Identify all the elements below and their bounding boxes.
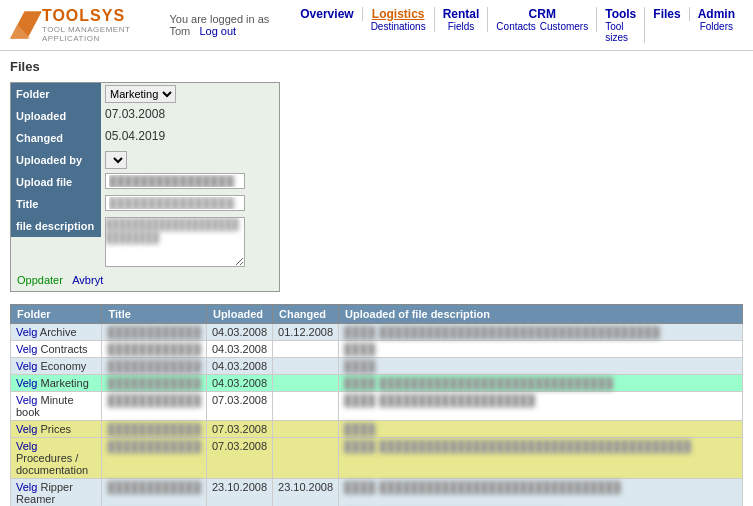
velg-link[interactable]: Velg <box>16 377 37 389</box>
nav-overview: Overview <box>292 7 362 21</box>
content: Files Folder Marketing Uploaded 07.03.20… <box>0 51 753 506</box>
title-cell-1: ████████████ <box>102 341 207 358</box>
logo-area: TOOLSYS TOOL MANAGEMENT APPLICATION <box>10 6 149 44</box>
table-header-row: Folder Title Uploaded Changed Uploaded o… <box>11 305 743 324</box>
desc-cell-1: ████ <box>339 341 743 358</box>
desc-cell-6: ████████████████████████████████████████… <box>339 438 743 479</box>
form-actions: Oppdater Avbryt <box>11 269 279 291</box>
changed-cell-5 <box>273 421 339 438</box>
th-uploader-desc: Uploaded of file description <box>339 305 743 324</box>
folder-select[interactable]: Marketing <box>105 85 176 103</box>
upload-file-input[interactable] <box>105 173 245 189</box>
nav-tools-link[interactable]: Tools <box>605 7 636 21</box>
file-desc-value: ████████████████████████████ <box>101 215 279 269</box>
nav-admin-link[interactable]: Admin <box>698 7 735 21</box>
desc-cell-7: ███████████████████████████████████ <box>339 479 743 507</box>
logo-title: TOOLSYS <box>42 7 150 25</box>
velg-link[interactable]: Velg <box>16 326 37 338</box>
velg-link[interactable]: Velg <box>16 394 37 406</box>
uploaded-by-label: Uploaded by <box>11 149 101 171</box>
form-row-upload-file: Upload file <box>11 171 279 193</box>
uploaded-cell-2: 04.03.2008 <box>206 358 272 375</box>
folder-cell-5: Velg Prices <box>11 421 102 438</box>
uploaded-cell-4: 07.03.2008 <box>206 392 272 421</box>
file-desc-label: file description <box>11 215 101 237</box>
file-desc-textarea[interactable]: ████████████████████████████ <box>105 217 245 267</box>
title-value <box>101 193 279 213</box>
nav-tools: Tools Tool sizes <box>597 7 645 43</box>
changed-label: Changed <box>11 127 101 149</box>
folder-cell-6: Velg Procedures / documentation <box>11 438 102 479</box>
uploaded-cell-6: 07.03.2008 <box>206 438 272 479</box>
table-body: Velg Archive████████████04.03.200801.12.… <box>11 324 743 507</box>
nav-crm-link[interactable]: CRM <box>529 7 556 21</box>
form-row-changed: Changed 05.04.2019 <box>11 127 279 149</box>
uploaded-by-select[interactable] <box>105 151 127 169</box>
velg-link[interactable]: Velg <box>16 440 37 452</box>
files-table: Folder Title Uploaded Changed Uploaded o… <box>10 304 743 506</box>
nav-rental-subs: Fields <box>448 21 475 32</box>
desc-cell-2: ████ <box>339 358 743 375</box>
table-row: Velg Marketing████████████04.03.2008████… <box>11 375 743 392</box>
changed-cell-6 <box>273 438 339 479</box>
uploaded-text: 07.03.2008 <box>105 107 165 121</box>
table-row: Velg Minute book████████████07.03.2008██… <box>11 392 743 421</box>
cancel-link[interactable]: Avbryt <box>72 274 103 286</box>
table-row: Velg Ripper Reamer████████████23.10.2008… <box>11 479 743 507</box>
nav-overview-link[interactable]: Overview <box>300 7 353 21</box>
title-cell-7: ████████████ <box>102 479 207 507</box>
form-container: Folder Marketing Uploaded 07.03.2008 Cha… <box>10 82 280 292</box>
form-row-folder: Folder Marketing <box>11 83 279 105</box>
nav-folders-link[interactable]: Folders <box>700 21 733 32</box>
table-row: Velg Economy████████████04.03.2008████ <box>11 358 743 375</box>
nav-rental-link[interactable]: Rental <box>443 7 480 21</box>
nav-toolsizes-link[interactable]: Tool sizes <box>605 21 636 43</box>
upload-file-label: Upload file <box>11 171 101 193</box>
nav-fields-link[interactable]: Fields <box>448 21 475 32</box>
nav-customers-link[interactable]: Customers <box>540 21 588 32</box>
nav-logistics-link[interactable]: Logistics <box>372 7 425 21</box>
user-info: You are logged in as Tom Log out <box>169 13 292 37</box>
table-row: Velg Contracts████████████04.03.2008████ <box>11 341 743 358</box>
form-row-uploaded: Uploaded 07.03.2008 <box>11 105 279 127</box>
table-row: Velg Prices████████████07.03.2008████ <box>11 421 743 438</box>
changed-cell-0: 01.12.2008 <box>273 324 339 341</box>
table-row: Velg Archive████████████04.03.200801.12.… <box>11 324 743 341</box>
folder-cell-3: Velg Marketing <box>11 375 102 392</box>
form-row-title: Title <box>11 193 279 215</box>
velg-link[interactable]: Velg <box>16 423 37 435</box>
th-changed: Changed <box>273 305 339 324</box>
desc-cell-3: ██████████████████████████████████ <box>339 375 743 392</box>
title-cell-3: ████████████ <box>102 375 207 392</box>
velg-link[interactable]: Velg <box>16 481 37 493</box>
th-title: Title <box>102 305 207 324</box>
uploaded-cell-7: 23.10.2008 <box>206 479 272 507</box>
folder-cell-7: Velg Ripper Reamer <box>11 479 102 507</box>
nav-logistics: Logistics Destinations <box>363 7 435 32</box>
nav-files: Files <box>645 7 689 21</box>
uploaded-value: 07.03.2008 <box>101 105 279 123</box>
page-title: Files <box>10 59 743 74</box>
nav-admin: Admin Folders <box>690 7 743 32</box>
nav-destinations-link[interactable]: Destinations <box>371 21 426 32</box>
title-input[interactable] <box>105 195 245 211</box>
nav-crm: CRM Contacts Customers <box>488 7 597 32</box>
table-row: Velg Procedures / documentation█████████… <box>11 438 743 479</box>
update-link[interactable]: Oppdater <box>17 274 63 286</box>
nav-admin-subs: Folders <box>700 21 733 32</box>
velg-link[interactable]: Velg <box>16 343 37 355</box>
title-cell-0: ████████████ <box>102 324 207 341</box>
changed-cell-1 <box>273 341 339 358</box>
logo-subtitle: TOOL MANAGEMENT APPLICATION <box>42 25 150 43</box>
nav-contacts-link[interactable]: Contacts <box>496 21 535 32</box>
logout-link[interactable]: Log out <box>199 25 236 37</box>
velg-link[interactable]: Velg <box>16 360 37 372</box>
desc-cell-5: ████ <box>339 421 743 438</box>
nav-files-link[interactable]: Files <box>653 7 680 21</box>
folder-cell-4: Velg Minute book <box>11 392 102 421</box>
header: TOOLSYS TOOL MANAGEMENT APPLICATION You … <box>0 0 753 51</box>
changed-cell-2 <box>273 358 339 375</box>
uploaded-cell-1: 04.03.2008 <box>206 341 272 358</box>
desc-cell-4: ████████████████████████ <box>339 392 743 421</box>
uploaded-cell-5: 07.03.2008 <box>206 421 272 438</box>
